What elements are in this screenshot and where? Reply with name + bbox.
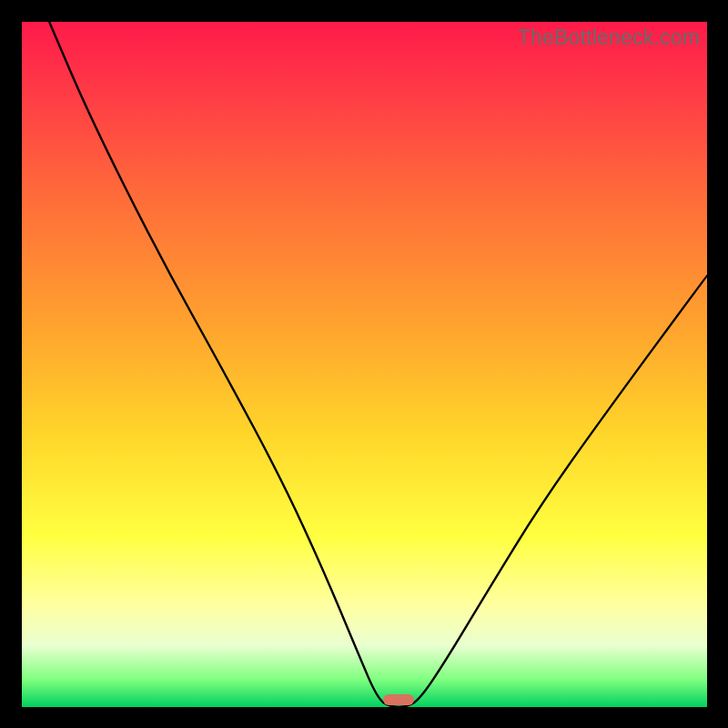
bottleneck-curve: [22, 22, 707, 707]
chart-plot-area: TheBottleneck.com: [22, 22, 707, 707]
optimal-marker: [383, 694, 414, 705]
watermark-text: TheBottleneck.com: [518, 25, 700, 50]
